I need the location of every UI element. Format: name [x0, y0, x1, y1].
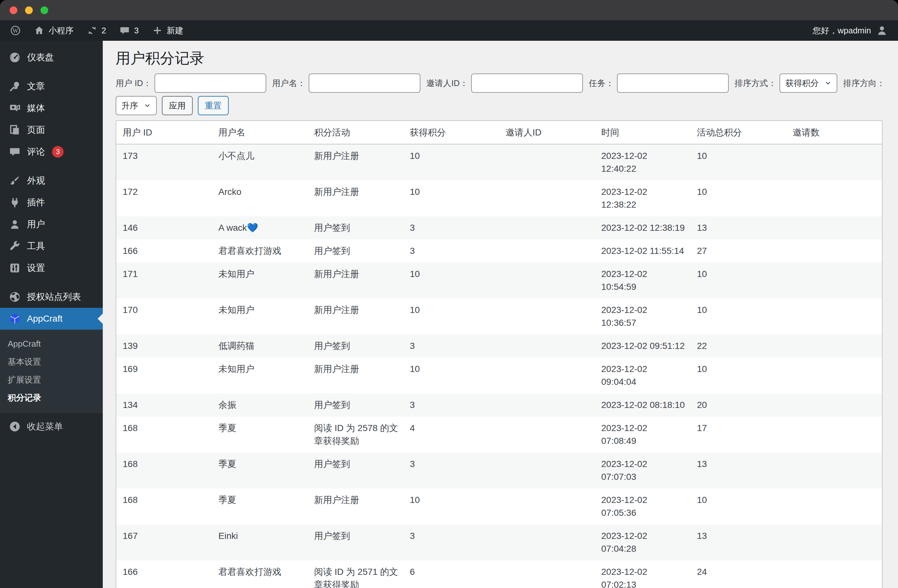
cell-points: 10: [403, 263, 499, 298]
cell-points: 3: [403, 239, 499, 263]
close-button[interactable]: [10, 6, 17, 14]
cell-total: 10: [690, 180, 786, 216]
site-home-link[interactable]: 小程序: [34, 25, 74, 36]
cell-points: 4: [403, 417, 499, 453]
submenu-item-appcraft[interactable]: AppCraft: [0, 335, 103, 353]
cell-total: 22: [690, 335, 786, 358]
cell-username: 季夏: [212, 417, 308, 453]
user-greeting: 您好，wpadmin: [813, 25, 871, 36]
wordpress-menu-button[interactable]: W: [10, 25, 20, 35]
column-header: 用户 ID: [116, 121, 212, 144]
site-name: 小程序: [49, 25, 74, 36]
cell-username: 未知用户: [212, 358, 308, 393]
sidebar-item-users[interactable]: 用户: [0, 213, 103, 235]
cell-inviter-id: [499, 358, 595, 393]
cell-total: 10: [690, 263, 786, 298]
cell-username: 季夏: [212, 488, 308, 525]
sidebar-item-tools[interactable]: 工具: [0, 235, 103, 257]
sidebar-item-dashboard[interactable]: 仪表盘: [0, 46, 103, 68]
cell-inviter-id: [499, 144, 595, 180]
cell-user-id: 167: [116, 525, 212, 560]
task-input[interactable]: [617, 74, 729, 93]
cell-activity: 新用户注册: [308, 488, 403, 525]
user-id-input[interactable]: [154, 74, 266, 93]
cell-invites: [786, 298, 882, 335]
cell-time: 2023-12-0207:02:13: [595, 560, 690, 588]
inviter-id-input[interactable]: [471, 74, 583, 93]
my-account-menu[interactable]: 您好，wpadmin: [813, 25, 888, 36]
new-content-button[interactable]: 新建: [152, 25, 183, 36]
comments-link[interactable]: 3: [120, 25, 138, 35]
admin-sidebar-menu: 仪表盘文章媒体页面评论3外观插件用户工具设置授权站点列表AppCraft App…: [0, 41, 103, 588]
cell-points: 3: [403, 525, 499, 560]
sort-dir-select[interactable]: 升序: [115, 96, 157, 115]
column-header: 邀请数: [786, 121, 882, 144]
cell-line: 新用户注册: [314, 186, 397, 198]
sidebar-item-pages[interactable]: 页面: [0, 119, 103, 141]
sidebar-item-plugins[interactable]: 插件: [0, 192, 103, 213]
cell-inviter-id: [499, 180, 595, 216]
cell-line: 2023-12-02: [601, 363, 684, 376]
cell-inviter-id: [499, 335, 595, 358]
sidebar-item-comments[interactable]: 评论3: [0, 141, 103, 163]
cell-invites: [786, 180, 882, 216]
sidebar-item-media[interactable]: 媒体: [0, 97, 103, 119]
cell-line: 2023-12-02: [601, 565, 684, 578]
cell-user-id: 166: [116, 239, 212, 263]
cell-line: 用户签到: [314, 221, 397, 234]
sidebar-item-settings[interactable]: 设置: [0, 257, 103, 279]
sort-by-select[interactable]: 获得积分: [780, 74, 837, 93]
cell-line: 2023-12-02: [601, 150, 684, 163]
home-icon: [34, 25, 44, 35]
cell-total: 20: [690, 393, 786, 417]
chevron-down-icon: [824, 80, 832, 87]
dashboard-icon: [9, 52, 20, 63]
cell-line: 07:07:03: [601, 471, 684, 484]
column-header: 邀请人ID: [499, 121, 595, 144]
cell-activity: 用户签到: [308, 216, 403, 239]
reset-button[interactable]: 重置: [198, 96, 229, 115]
cell-time: 2023-12-0212:40:22: [595, 144, 690, 180]
minimize-button[interactable]: [25, 6, 33, 14]
sidebar-item-label: 评论: [27, 146, 45, 158]
sidebar-item-label: 文章: [27, 80, 45, 92]
sidebar-item-authorized-sites[interactable]: 授权站点列表: [0, 286, 103, 308]
apply-button[interactable]: 应用: [162, 96, 193, 115]
cell-line: 章获得奖励: [314, 434, 397, 447]
cell-invites: [786, 239, 882, 263]
cell-user-id: 173: [116, 144, 212, 180]
collapse-menu-button[interactable]: 收起菜单: [0, 416, 103, 438]
tools-icon: [9, 240, 20, 252]
table-row: 139低调药猫用户签到32023-12-02 09:51:1222: [116, 335, 882, 358]
sidebar-item-label: 媒体: [27, 102, 45, 114]
cell-invites: [786, 417, 882, 453]
cell-line: 2023-12-02 12:38:19: [601, 221, 684, 234]
cell-line: 阅读 ID 为 2571 的文: [314, 565, 397, 578]
username-input[interactable]: [309, 74, 420, 93]
cell-line: 12:38:22: [601, 198, 684, 211]
page-content: 用户积分记录 用户 ID： 用户名： 邀请人ID： 任务：: [103, 41, 898, 588]
submenu-item-extended-settings[interactable]: 扩展设置: [0, 371, 103, 389]
updates-count: 2: [101, 26, 106, 35]
cell-time: 2023-12-02 08:18:10: [595, 393, 690, 417]
cell-user-id: 168: [116, 417, 212, 453]
submenu-item-points-records[interactable]: 积分记录: [0, 389, 103, 407]
cell-time: 2023-12-0209:04:04: [595, 358, 690, 393]
user-id-label: 用户 ID：: [115, 78, 151, 89]
submenu-item-basic-settings[interactable]: 基本设置: [0, 353, 103, 371]
sidebar-item-posts[interactable]: 文章: [0, 75, 103, 97]
chevron-down-icon: [144, 102, 151, 109]
cell-line: 新用户注册: [314, 304, 397, 316]
updates-link[interactable]: 2: [87, 25, 106, 35]
column-header: 积分活动: [308, 121, 403, 144]
zoom-button[interactable]: [40, 6, 48, 14]
column-header: 获得积分: [403, 121, 499, 144]
sidebar-item-appearance[interactable]: 外观: [0, 170, 103, 192]
cell-time: 2023-12-02 11:55:14: [595, 239, 690, 263]
sidebar-item-appcraft[interactable]: AppCraft: [0, 308, 103, 330]
cell-username: 低调药猫: [212, 335, 308, 358]
table-row: 173小不点儿新用户注册102023-12-0212:40:2210: [116, 144, 882, 180]
sort-dir-label: 排序方向：: [843, 78, 885, 89]
cell-inviter-id: [499, 488, 595, 525]
cell-total: 10: [690, 358, 786, 393]
